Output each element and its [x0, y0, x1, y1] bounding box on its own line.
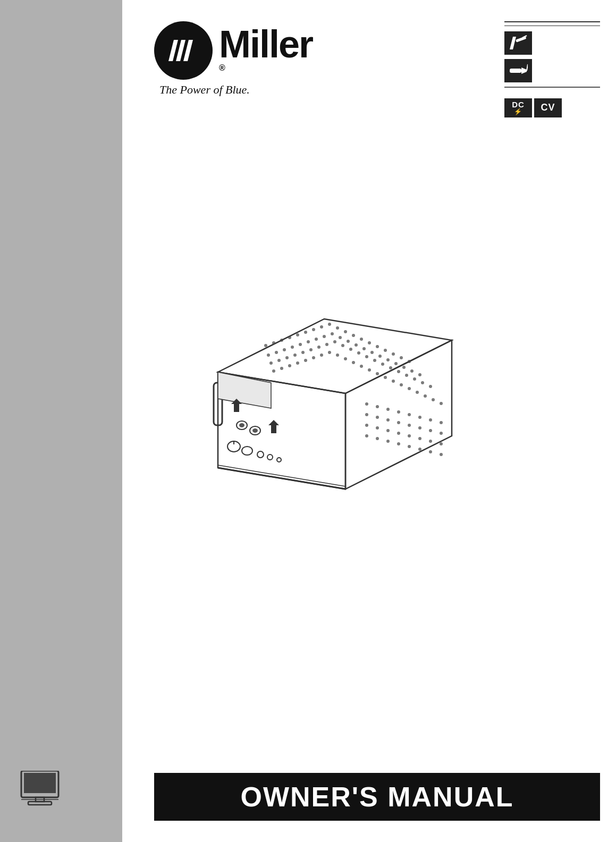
svg-point-65: [341, 344, 344, 347]
svg-point-23: [312, 328, 315, 331]
svg-point-25: [328, 323, 331, 326]
svg-marker-16: [345, 340, 452, 489]
svg-marker-6: [176, 40, 185, 61]
svg-line-13: [527, 64, 528, 71]
svg-line-146: [218, 465, 345, 486]
sidebar: [0, 0, 122, 842]
svg-point-37: [275, 351, 278, 354]
svg-point-44: [331, 332, 334, 335]
svg-marker-5: [168, 40, 178, 61]
svg-point-114: [440, 432, 443, 435]
svg-point-111: [408, 424, 411, 427]
svg-point-99: [365, 402, 368, 406]
svg-point-106: [440, 421, 443, 424]
svg-point-75: [421, 381, 424, 384]
svg-point-50: [378, 355, 382, 358]
miller-circle-logo: [154, 21, 213, 80]
svg-point-62: [317, 346, 320, 349]
svg-point-98: [440, 402, 443, 405]
svg-point-86: [344, 357, 347, 360]
svg-point-71: [389, 366, 392, 369]
svg-point-26: [336, 326, 339, 330]
svg-point-30: [368, 341, 371, 344]
svg-point-84: [328, 351, 331, 354]
svg-point-69: [373, 359, 376, 362]
svg-point-93: [400, 383, 403, 386]
svg-point-31: [376, 345, 379, 348]
svg-point-61: [309, 348, 313, 351]
svg-rect-11: [510, 69, 521, 73]
svg-point-117: [386, 429, 390, 432]
svg-point-49: [370, 351, 374, 354]
cv-badge: CV: [534, 98, 562, 117]
svg-point-112: [418, 426, 421, 430]
owners-manual-text: OWNER'S MANUAL: [240, 781, 513, 813]
svg-rect-1: [24, 773, 56, 793]
mig-welding-icon: [504, 59, 532, 82]
svg-point-90: [376, 372, 379, 375]
svg-point-107: [365, 413, 368, 416]
svg-marker-12: [521, 68, 527, 74]
top-right-panel: DC ⚡ CV: [504, 21, 600, 117]
svg-point-91: [384, 376, 387, 379]
svg-point-36: [267, 353, 270, 357]
dc-cv-badges: DC ⚡ CV: [504, 98, 600, 117]
svg-point-64: [333, 340, 336, 343]
svg-point-35: [408, 360, 411, 363]
svg-point-77: [272, 369, 275, 373]
svg-point-92: [392, 380, 395, 383]
svg-point-94: [408, 387, 411, 390]
svg-point-134: [239, 423, 244, 427]
svg-point-45: [339, 336, 342, 339]
svg-point-46: [347, 340, 350, 343]
svg-point-88: [360, 365, 363, 368]
welding-icons-group: [504, 31, 600, 82]
svg-point-57: [277, 359, 281, 362]
svg-point-118: [397, 432, 400, 435]
svg-point-48: [362, 347, 366, 350]
svg-line-145: [218, 468, 345, 489]
svg-point-136: [252, 428, 258, 433]
svg-point-51: [386, 358, 390, 361]
svg-point-29: [360, 338, 363, 341]
svg-point-102: [397, 410, 400, 414]
tagline: The Power of Blue.: [159, 83, 377, 97]
svg-point-100: [376, 405, 379, 408]
svg-point-38: [283, 348, 286, 351]
svg-point-130: [440, 453, 443, 456]
svg-rect-3: [28, 802, 52, 805]
svg-point-80: [296, 361, 299, 365]
svg-point-85: [336, 353, 339, 357]
svg-point-34: [400, 356, 403, 359]
svg-point-95: [416, 391, 419, 394]
svg-point-74: [413, 377, 416, 381]
svg-point-21: [296, 333, 299, 336]
svg-point-27: [344, 330, 347, 333]
svg-point-83: [320, 353, 323, 357]
logo-area: Miller ® The Power of Blue.: [154, 21, 377, 97]
registered-mark: ®: [219, 63, 225, 72]
svg-point-19: [280, 339, 283, 342]
svg-point-41: [307, 340, 310, 343]
svg-point-52: [394, 362, 398, 365]
svg-point-123: [365, 434, 368, 437]
svg-point-72: [397, 370, 400, 373]
svg-point-66: [349, 348, 352, 351]
svg-point-63: [325, 343, 328, 346]
sidebar-computer-icon: [19, 771, 61, 810]
svg-point-120: [418, 437, 421, 440]
svg-point-20: [288, 336, 291, 339]
svg-point-32: [384, 349, 387, 352]
miller-logo: Miller ®: [154, 21, 377, 80]
owners-manual-banner: OWNER'S MANUAL: [154, 773, 600, 821]
svg-point-22: [304, 331, 307, 334]
svg-point-128: [418, 448, 421, 451]
svg-point-56: [269, 361, 273, 365]
svg-point-55: [418, 373, 421, 376]
svg-point-144: [277, 458, 281, 462]
svg-point-96: [424, 394, 427, 398]
machine-illustration: [186, 276, 452, 500]
svg-point-113: [429, 429, 432, 432]
svg-point-122: [440, 442, 443, 445]
svg-point-58: [285, 356, 289, 359]
